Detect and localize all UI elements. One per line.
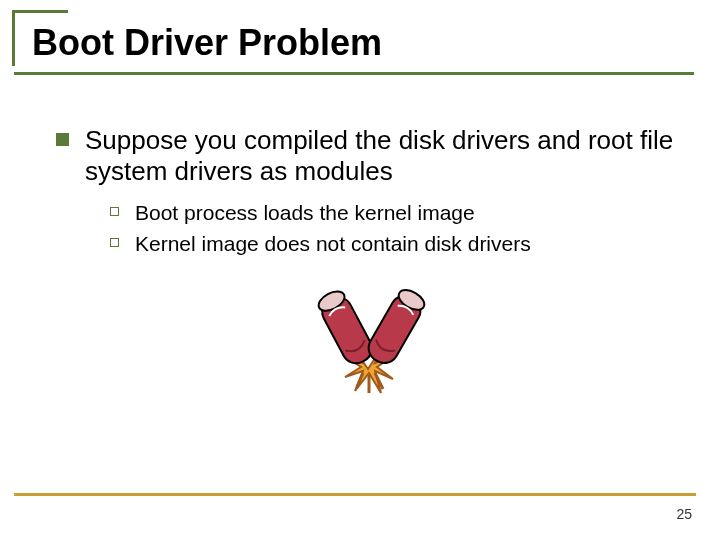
content-area: Suppose you compiled the disk drivers an… [20,75,700,407]
sub-bullet-item: Kernel image does not contain disk drive… [110,231,680,257]
page-number: 25 [676,506,692,522]
square-bullet-icon [56,133,69,146]
sub-bullet-text: Boot process loads the kernel image [135,200,475,226]
hollow-square-bullet-icon [110,207,119,216]
bullet-text: Suppose you compiled the disk drivers an… [85,125,680,186]
sub-bullet-item: Boot process loads the kernel image [110,200,680,226]
sub-bullet-list: Boot process loads the kernel image Kern… [56,200,680,257]
slide-title: Boot Driver Problem [20,10,700,70]
hollow-square-bullet-icon [110,238,119,247]
footer-rule [14,493,696,496]
broken-dynamite-icon [293,277,443,407]
title-corner-left [12,10,15,66]
bullet-item: Suppose you compiled the disk drivers an… [56,125,680,186]
sub-bullet-text: Kernel image does not contain disk drive… [135,231,531,257]
title-corner-top [12,10,68,13]
clipart-broken-sticks [56,277,680,407]
slide: Boot Driver Problem Suppose you compiled… [0,0,720,540]
